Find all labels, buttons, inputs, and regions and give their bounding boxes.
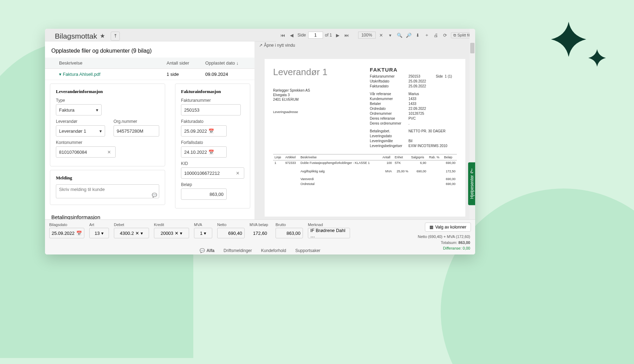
payment-title: Betalingsinformasjon (45, 212, 254, 219)
supplier-label: Leverandør (56, 119, 105, 124)
decor-star-small (588, 49, 606, 67)
add-icon[interactable]: ＋ (423, 32, 431, 39)
open-new-window-link[interactable]: ↗ Åpne i nytt vindu (255, 41, 475, 48)
expand-icon[interactable]: ▾ (59, 72, 62, 77)
split-file-button[interactable]: ⧉ Splitt fil (451, 32, 472, 38)
supplier-card-title: Leverandørinformasjon (56, 89, 159, 94)
chevron-down-icon: ▾ (141, 231, 143, 236)
last-page-icon[interactable]: ⏭ (343, 32, 350, 39)
file-pages: 1 side (163, 69, 202, 80)
bilagsdato-label: Bilagsdato (49, 223, 84, 227)
next-page-icon[interactable]: ▶ (334, 32, 341, 39)
art-select[interactable]: 13▾ (89, 228, 109, 238)
chevron-down-icon: ▾ (180, 231, 182, 236)
doc-faktura-title: FAKTURA (370, 67, 457, 73)
calendar-icon[interactable]: 📅 (207, 150, 215, 155)
col-uploaded[interactable]: Opplastet dato ↓ (202, 58, 254, 69)
page-label: Side (297, 33, 306, 38)
invoice-date-input[interactable]: 25.09.2022📅 (181, 125, 227, 137)
orgnr-label: Org.nummer (114, 119, 159, 124)
kid-input[interactable]: 10000106672212✕ (181, 167, 244, 179)
supplier-select[interactable]: Leverandør 1▾ (56, 125, 105, 137)
split-file-label: Splitt fil (458, 33, 470, 37)
decor-star-large (551, 22, 586, 57)
doc-supplier-name: Leverandør 1 (273, 67, 356, 78)
type-select[interactable]: Faktura▾ (56, 104, 102, 115)
mvabelop-value: 172,60 (250, 228, 271, 238)
zoom-clear-icon[interactable]: ✕ (378, 32, 385, 39)
chevron-down-icon: ▾ (204, 231, 206, 236)
help-center-tab[interactable]: Hjelpesenter ❔ (468, 162, 475, 205)
page-of: of 1 (325, 33, 332, 38)
upload-icon: ⤒ (114, 33, 117, 39)
calendar-icon[interactable]: 📅 (76, 231, 82, 236)
account-label: Kontonummer (56, 140, 159, 145)
prev-page-icon[interactable]: ◀ (288, 32, 295, 39)
column-options-button[interactable]: ▦ Valg av kolonner (425, 223, 471, 232)
amount-input[interactable] (181, 188, 227, 200)
chat-icon: 💬 (200, 248, 205, 253)
due-date-label: Forfallsdato (181, 140, 244, 145)
message-card-title: Melding (56, 175, 159, 181)
message-textarea[interactable] (56, 184, 159, 198)
orgnr-input[interactable] (114, 125, 159, 137)
clear-icon[interactable]: ✕ (135, 231, 139, 236)
kredit-select[interactable]: 20003✕▾ (154, 228, 189, 238)
rotate-icon[interactable]: ⟳ (442, 32, 449, 39)
file-table: Beskrivelse Antall sider Opplastet dato … (45, 58, 254, 80)
footer-support[interactable]: Supportsaker (295, 248, 320, 253)
split-icon: ⧉ (453, 33, 456, 38)
sort-down-icon: ↓ (236, 60, 239, 66)
bilagsdato-input[interactable]: 25.09.2022📅 (49, 228, 84, 238)
zoom-dropdown-icon[interactable]: ▾ (387, 32, 394, 39)
invoice-nr-label: Fakturanummer (181, 98, 244, 103)
columns-icon: ▦ (429, 225, 433, 230)
chevron-down-icon: ▾ (96, 107, 98, 113)
clear-icon[interactable]: ✕ (106, 150, 112, 155)
file-name: Faktura Ahlsell.pdf (63, 72, 101, 77)
download-icon[interactable]: ⬇ (414, 32, 421, 39)
help-icon: ❔ (470, 168, 474, 174)
favorite-star-icon[interactable]: ★ (100, 32, 105, 40)
page-title: Bilagsmottak (55, 32, 97, 40)
uploaded-section-title: Opplastede filer og dokumenter (9 bilag) (45, 41, 254, 58)
clear-icon[interactable]: ✕ (234, 171, 241, 176)
netto-input[interactable]: 690,40 (217, 228, 245, 238)
first-page-icon[interactable]: ⏮ (279, 32, 286, 39)
invoice-date-label: Fakturadato (181, 119, 244, 124)
clear-icon[interactable]: ✕ (175, 231, 179, 236)
invoice-card-title: Fakturainformasjon (181, 89, 244, 94)
chat-icon: 💬 (152, 193, 157, 198)
calendar-icon[interactable]: 📅 (207, 128, 215, 134)
amount-label: Beløp (181, 182, 244, 187)
doc-line-table: Linje Artikkel Beskrivelse Antall Enhet … (273, 154, 457, 186)
footer-drifts[interactable]: Driftsmeldinger (224, 248, 252, 253)
footer-alfa[interactable]: 💬Alfa (200, 248, 214, 253)
zoom-in-icon[interactable]: 🔎 (405, 32, 412, 39)
chevron-down-icon: ▾ (101, 231, 104, 236)
document-preview: Leverandør 1 Rørlegger Sprekken AS Elveg… (265, 59, 465, 217)
upload-button[interactable]: ⤒ (111, 32, 120, 41)
chevron-down-icon: ▾ (99, 128, 102, 134)
zoom-value: 100% (358, 32, 376, 39)
due-date-input[interactable]: 24.10.2022📅 (181, 146, 227, 158)
page-input[interactable] (308, 32, 323, 39)
mva-select[interactable]: 1▾ (194, 228, 212, 238)
file-row[interactable]: ▾ Faktura Ahlsell.pdf 1 side 09.09.2024 (45, 69, 254, 80)
type-label: Type (56, 98, 159, 103)
col-desc[interactable]: Beskrivelse (56, 58, 163, 69)
zoom-out-icon[interactable]: 🔍 (396, 32, 403, 39)
footer-kunde[interactable]: Kundeforhold (261, 248, 286, 253)
merknad-input[interactable]: IF Brødrene Dahl … (308, 228, 350, 238)
account-input[interactable]: 81010706084 ✕ (56, 146, 116, 158)
print-icon[interactable]: 🖨 (433, 32, 440, 39)
brutto-input[interactable]: 863,00 (276, 228, 303, 238)
external-link-icon: ↗ (259, 43, 263, 48)
debet-select[interactable]: 4300.2✕▾ (114, 228, 149, 238)
file-date: 09.09.2024 (202, 69, 254, 80)
col-pages[interactable]: Antall sider (163, 58, 202, 69)
invoice-nr-input[interactable] (181, 104, 241, 115)
kid-label: KID (181, 161, 244, 166)
